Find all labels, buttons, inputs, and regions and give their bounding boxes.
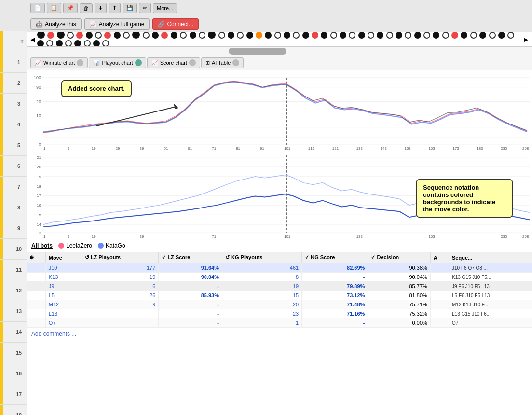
move-dot[interactable]: [199, 32, 205, 39]
winrate-chart-close[interactable]: −: [77, 59, 83, 66]
th-lz-score[interactable]: ✓ LZ Score: [159, 252, 222, 263]
horizontal-scrollbar[interactable]: [27, 47, 532, 55]
table-row[interactable]: K131990.04%8-90.04%K13 G15 J10 F5...: [27, 273, 532, 282]
th-decision[interactable]: ✓ Decision: [368, 252, 430, 263]
upload-button[interactable]: ⬆: [109, 3, 121, 13]
move-dot[interactable]: [74, 40, 81, 47]
move-dot[interactable]: [442, 32, 449, 39]
move-dot[interactable]: [256, 32, 262, 39]
move-dot[interactable]: [414, 32, 421, 39]
copy-button[interactable]: 📋: [47, 3, 61, 13]
move-dot[interactable]: [377, 32, 383, 39]
table-row[interactable]: J96-1979.89%85.77%J9 F6 J10 F5 L13: [27, 282, 532, 291]
scrollbar-thumb[interactable]: [229, 48, 286, 55]
move-dot[interactable]: [302, 32, 309, 39]
tab-ai-table[interactable]: ⊞ AI Table −: [201, 57, 244, 68]
tab-winrate[interactable]: 📈 Winrate chart −: [30, 57, 88, 68]
tab-playout[interactable]: 📊 Playout chart +: [89, 57, 146, 68]
table-row[interactable]: M129-2071.48%75.71%M12 K13 J10 F...: [27, 300, 532, 309]
connect-button[interactable]: 🔗 Connect...: [152, 18, 199, 30]
move-dot[interactable]: [143, 32, 150, 39]
th-ann[interactable]: A: [430, 252, 449, 263]
move-dot[interactable]: [451, 32, 458, 39]
add-comments-link[interactable]: Add comments ...: [27, 328, 532, 340]
score-chart-close[interactable]: −: [189, 59, 196, 66]
save-button[interactable]: 💾: [123, 3, 137, 13]
move-dot[interactable]: [368, 32, 374, 39]
clipboard-button[interactable]: 📌: [63, 3, 78, 13]
move-scroll-right[interactable]: ▶: [524, 36, 528, 43]
download-button[interactable]: ⬇: [95, 3, 107, 13]
th-kg-playouts[interactable]: ↺ KG Playouts: [222, 252, 302, 263]
tab-score[interactable]: 📈 Score chart −: [147, 57, 200, 68]
move-dot[interactable]: [46, 40, 53, 47]
move-dot[interactable]: [67, 32, 74, 39]
edit-button[interactable]: ✏: [139, 3, 151, 13]
move-dot[interactable]: [284, 32, 290, 39]
table-row[interactable]: O7-1-0.00%O7: [27, 318, 532, 328]
th-move[interactable]: Move: [45, 252, 82, 263]
move-dot[interactable]: [56, 40, 63, 47]
move-dot[interactable]: [386, 32, 393, 39]
move-dot[interactable]: [86, 32, 93, 39]
move-dot[interactable]: [84, 40, 91, 47]
more-button[interactable]: More...: [153, 3, 177, 13]
move-dot[interactable]: [470, 32, 477, 39]
analyze-this-button[interactable]: 🤖 Analyze this: [30, 18, 82, 30]
move-dot[interactable]: [208, 32, 216, 39]
move-dot[interactable]: [237, 32, 244, 39]
move-dot[interactable]: [423, 32, 430, 39]
move-dot[interactable]: [312, 32, 318, 39]
move-dot[interactable]: [95, 32, 102, 39]
move-dot[interactable]: [47, 32, 54, 39]
th-lz-playouts[interactable]: ↺ LZ Playouts: [82, 252, 159, 263]
move-dot[interactable]: [461, 32, 467, 39]
move-dot[interactable]: [190, 32, 196, 39]
table-row[interactable]: L13-2371.16%75.32%L13 G15 J10 F6...: [27, 309, 532, 318]
playout-chart-add[interactable]: +: [135, 59, 142, 66]
move-dot[interactable]: [180, 32, 187, 39]
analyze-full-button[interactable]: 📈 Analyze full game: [84, 18, 150, 30]
move-dot[interactable]: [330, 32, 337, 39]
move-dot[interactable]: [57, 32, 65, 39]
move-dot[interactable]: [507, 32, 514, 39]
move-dot[interactable]: [349, 32, 355, 39]
move-dot[interactable]: [246, 32, 253, 39]
move-dot[interactable]: [340, 32, 346, 39]
move-dot[interactable]: [218, 32, 225, 39]
move-dot[interactable]: [152, 32, 159, 39]
move-dot[interactable]: [114, 32, 121, 39]
move-dot[interactable]: [358, 32, 365, 39]
move-dot[interactable]: [265, 32, 272, 39]
doc-button[interactable]: 📄: [30, 3, 45, 13]
move-dot[interactable]: [93, 40, 100, 47]
move-dot[interactable]: [274, 32, 281, 39]
th-kg-score[interactable]: ✓ KG Score: [302, 252, 368, 263]
move-dot[interactable]: [161, 32, 168, 39]
move-dot[interactable]: [76, 32, 83, 39]
move-dot[interactable]: [479, 32, 486, 39]
move-dot[interactable]: [171, 32, 177, 39]
table-row[interactable]: L52685.93%1573.12%81.80%L5 F6 J10 F5 L13: [27, 291, 532, 300]
move-dot[interactable]: [405, 32, 411, 39]
filter-katago[interactable]: KataGo: [98, 242, 125, 249]
move-dot[interactable]: [104, 32, 111, 39]
move-dot[interactable]: [37, 40, 44, 47]
move-scroll-left[interactable]: ◀: [30, 36, 35, 43]
ai-table-close[interactable]: −: [232, 59, 239, 66]
move-dot[interactable]: [396, 32, 402, 39]
th-seq[interactable]: Seque...: [449, 252, 532, 263]
move-dot[interactable]: [433, 32, 439, 39]
move-dot[interactable]: [321, 32, 327, 39]
move-dot[interactable]: [132, 32, 140, 39]
move-dot[interactable]: [65, 40, 72, 47]
move-dot[interactable]: [102, 40, 109, 47]
th-icon[interactable]: ⊕: [27, 252, 45, 263]
move-strip[interactable]: ◀: [27, 32, 532, 47]
move-dot[interactable]: [228, 32, 234, 39]
move-dot[interactable]: [498, 32, 505, 39]
move-dot[interactable]: [293, 32, 300, 39]
table-row[interactable]: J1017791.64%46182.69%90.38%J10 F6 O7 O8 …: [27, 263, 532, 273]
move-dot[interactable]: [123, 32, 130, 39]
table-wrapper[interactable]: ⊕ Move ↺ LZ Playouts ✓ LZ Score ↺ KG Pla…: [27, 252, 532, 328]
